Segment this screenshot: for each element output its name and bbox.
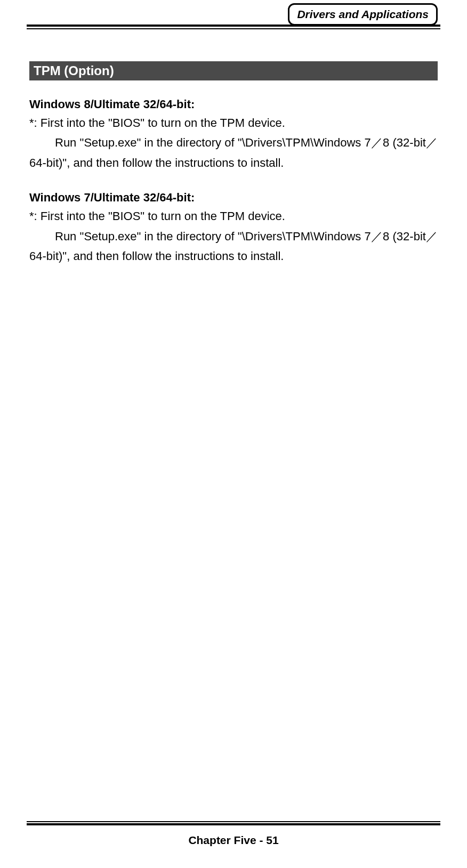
header-rule-thin	[27, 28, 440, 29]
page-footer: Chapter Five - 51	[0, 821, 467, 847]
section-gap	[29, 173, 438, 189]
section-title: TPM (Option)	[29, 61, 438, 80]
page-content: TPM (Option) Windows 8/Ultimate 32/64-bi…	[0, 32, 467, 266]
footer-rule-thin	[27, 821, 440, 822]
header-badge: Drivers and Applications	[288, 3, 438, 26]
page-header: Drivers and Applications	[0, 0, 467, 32]
os-heading-win8: Windows 8/Ultimate 32/64-bit:	[29, 95, 438, 113]
block-windows7: Windows 7/Ultimate 32/64-bit: *: First i…	[29, 189, 438, 266]
install-instruction-win7: Run "Setup.exe" in the directory of "\Dr…	[29, 226, 438, 266]
install-instruction-win8: Run "Setup.exe" in the directory of "\Dr…	[29, 133, 438, 173]
os-heading-win7: Windows 7/Ultimate 32/64-bit:	[29, 189, 438, 206]
bios-note-win7: *: First into the "BIOS" to turn on the …	[29, 206, 438, 226]
block-windows8: Windows 8/Ultimate 32/64-bit: *: First i…	[29, 95, 438, 173]
footer-rule-thick	[27, 823, 440, 825]
bios-note-win8: *: First into the "BIOS" to turn on the …	[29, 113, 438, 133]
